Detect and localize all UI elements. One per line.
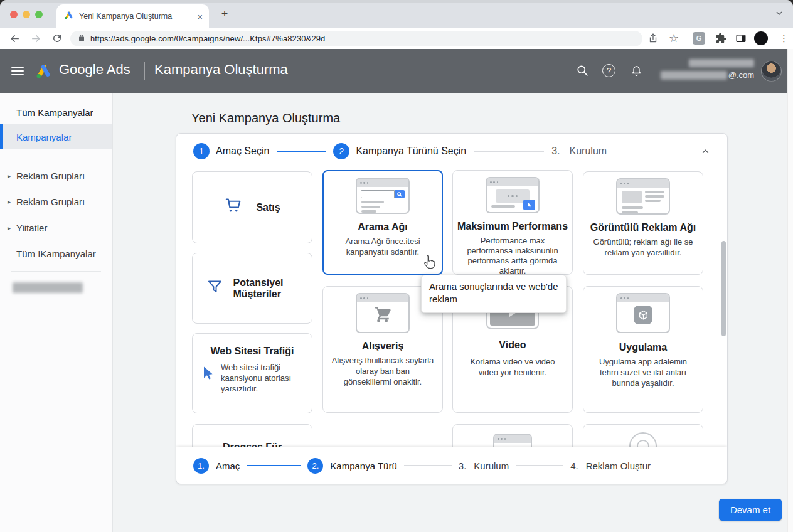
goal-title: Satış: [256, 202, 280, 213]
display-network-icon: [616, 178, 670, 215]
tooltip: Arama sonuçlarında ve web'de reklam: [421, 275, 567, 313]
goal-card-web-sitesi-trafigi[interactable]: Web Sitesi Trafiği Web sitesi trafiği ka…: [192, 333, 312, 413]
window-controls: [10, 11, 43, 18]
step-connector: [247, 465, 301, 466]
extension-chip-icon[interactable]: G: [693, 32, 705, 45]
sidebar-item-tum-kampanyalar[interactable]: Tüm Kampanyalar: [0, 100, 112, 124]
share-icon[interactable]: [647, 33, 659, 46]
url-text: https://ads.google.com/0/campaigns/new/.…: [90, 34, 325, 43]
expand-arrow-icon[interactable]: ▸: [8, 198, 11, 205]
menu-hamburger-icon[interactable]: [11, 66, 24, 75]
performance-max-icon: [486, 177, 540, 213]
step-2-label[interactable]: Kampanya Türü: [330, 460, 396, 471]
browser-menu-icon[interactable]: ⋮: [779, 31, 789, 45]
sidebar-item-tum-ikampanyalar[interactable]: Tüm IKampanyalar: [0, 241, 112, 266]
lock-icon: [78, 33, 85, 45]
account-email-redacted: [661, 71, 727, 80]
account-info[interactable]: @.com: [661, 59, 754, 80]
side-panel-icon[interactable]: [735, 33, 747, 46]
wizard-stepper-top: 1 Amaç Seçin 2 Kampanya Türünü Seçin 3.K…: [176, 134, 727, 169]
new-tab-button[interactable]: +: [217, 7, 232, 22]
shopping-icon: [356, 293, 410, 333]
account-name-redacted: [689, 59, 754, 67]
type-title: Maksimum Performans: [453, 221, 572, 232]
forward-icon[interactable]: [30, 33, 42, 47]
step-3[interactable]: 3.Kurulum: [551, 146, 607, 157]
sidebar-redacted-text: [13, 282, 83, 293]
type-description: Uygulama app adalemin tehrri suzet ve il…: [583, 357, 703, 389]
google-ads-logo: [35, 62, 53, 82]
cart-icon: [224, 196, 243, 218]
expand-arrow-icon[interactable]: ▸: [8, 225, 11, 231]
step-connector: [474, 151, 544, 152]
type-card-goruntulu-reklam-agi[interactable]: Görüntülü Reklam Ağı Görüntülü; reklam a…: [583, 171, 703, 275]
help-icon[interactable]: ?: [602, 64, 615, 77]
app-icon: [616, 293, 670, 333]
step-1-label[interactable]: Amaç Seçin: [216, 146, 269, 157]
page-title: Yeni Kampanya Oluşturma: [191, 111, 340, 125]
sidebar-item-yiitatler[interactable]: ▸ Yiitatler: [0, 215, 112, 240]
notifications-bell-icon[interactable]: [630, 64, 643, 80]
account-avatar[interactable]: [761, 61, 782, 82]
type-title: Uygulama: [583, 342, 703, 353]
extensions-puzzle-icon[interactable]: [715, 33, 726, 46]
sidebar-item-kampanyalar[interactable]: Kampanyalar: [0, 124, 112, 149]
product-name: Google Ads: [59, 61, 130, 78]
type-title: Video: [453, 339, 572, 351]
selected-indicator: [0, 124, 3, 149]
url-bar[interactable]: https://ads.google.com/0/campaigns/new/.…: [70, 31, 642, 46]
expand-arrow-icon[interactable]: ▸: [8, 173, 11, 179]
tab-search-chevron-icon[interactable]: [774, 8, 784, 21]
app-header: Google Ads Kampanya Oluşturma ? @.com: [0, 49, 793, 93]
step-4[interactable]: 4.Reklam Oluştur: [570, 460, 651, 471]
browser-toolbar: https://ads.google.com/0/campaigns/new/.…: [0, 28, 793, 49]
type-title: Görüntülü Reklam Ağı: [583, 222, 703, 233]
account-email-suffix: @.com: [728, 70, 754, 80]
wizard-stepper-bottom: 1. Amaç 2. Kampanya Türü 3.Kurulum 4.Rek…: [176, 447, 727, 484]
sidebar-item-reklam-gruplari-2[interactable]: ▸ Reklam Grupları: [0, 189, 112, 214]
browser-profile-avatar[interactable]: [754, 31, 768, 45]
header-page-title: Kampanya Oluşturma: [154, 61, 288, 78]
hand-pointer-cursor: [422, 254, 437, 272]
goal-title: Web Sitesi Trafiği: [193, 346, 312, 357]
back-icon[interactable]: [9, 33, 21, 47]
bookmark-star-icon[interactable]: ☆: [669, 31, 679, 45]
type-title: Alışveriş: [323, 341, 442, 352]
search-network-icon: [356, 178, 410, 214]
type-description: Performance max performansa inaksınunlin…: [453, 236, 572, 275]
screen: { "glyphs": { "close": "×", "new_tab": "…: [0, 0, 793, 532]
type-description: Korlama video ve video video yor henilen…: [453, 357, 572, 378]
search-icon[interactable]: [576, 64, 589, 80]
header-divider: [144, 62, 145, 80]
step-2-label[interactable]: Kampanya Türünü Seçin: [356, 146, 466, 157]
google-ads-favicon: [64, 10, 74, 23]
step-1-badge: 1: [193, 143, 210, 159]
type-card-uygulama[interactable]: Uygulama Uygulama app adalemin tehrri su…: [583, 286, 703, 413]
collapse-chevron-up-icon[interactable]: [700, 146, 711, 159]
close-window-button[interactable]: [10, 11, 18, 18]
card-scrollbar-thumb[interactable]: [721, 241, 726, 336]
goal-description: Web sitesi trafiği kaansiyonu atorlası y…: [221, 363, 304, 395]
step-connector: [516, 465, 563, 466]
step-connector: [404, 465, 452, 466]
browser-tab[interactable]: Yeni Kampanya Oluşturma ×: [56, 4, 209, 28]
step-3[interactable]: 3.Kurulum: [459, 460, 509, 471]
continue-button[interactable]: Devam et: [719, 499, 782, 521]
minimize-window-button[interactable]: [23, 11, 30, 18]
tab-strip: Yeni Kampanya Oluşturma × +: [0, 0, 793, 28]
tab-title: Yeni Kampanya Oluşturma: [79, 12, 192, 21]
goal-card-potansiyel-musteriler[interactable]: Potansiyel Müşteriler: [192, 253, 312, 324]
type-card-maksimum-performans[interactable]: Maksimum Performans Performance max perf…: [452, 170, 573, 275]
goal-title: Potansiyel Müşteriler: [233, 277, 299, 300]
campaign-wizard-card: 1 Amaç Seçin 2 Kampanya Türünü Seçin 3.K…: [176, 133, 728, 484]
type-title: Arama Ağı: [324, 221, 442, 233]
step-1-label[interactable]: Amaç: [216, 460, 240, 471]
page-scrollbar[interactable]: [787, 49, 793, 532]
sidebar-item-reklam-gruplari-1[interactable]: ▸ Reklam Grupları: [0, 163, 112, 188]
sidebar: Tüm Kampanyalar Kampanyalar ▸ Reklam Gru…: [0, 93, 113, 532]
zoom-window-button[interactable]: [35, 11, 43, 18]
reload-icon[interactable]: [51, 33, 63, 46]
goal-card-satis[interactable]: Satış: [192, 171, 312, 243]
type-description: Alışveriş thuillancak soylarla olaray ba…: [323, 356, 442, 388]
tab-close-icon[interactable]: ×: [197, 11, 203, 22]
